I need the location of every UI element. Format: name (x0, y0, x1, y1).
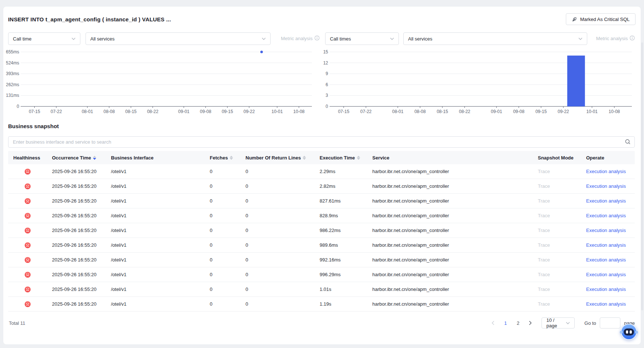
execution-analysis-link[interactable]: Execution analysis (586, 183, 626, 189)
svg-text:07-22: 07-22 (360, 109, 372, 114)
chevron-down-icon (390, 38, 394, 40)
svg-text:08-08: 08-08 (104, 109, 115, 114)
service-cell: harbor.ibr.net.cn/one/apm_controller (367, 183, 533, 189)
return-lines-cell: 0 (240, 257, 314, 263)
page-number-2[interactable]: 2 (514, 320, 522, 326)
right-service-select-value: All services (408, 36, 432, 42)
svg-text:07-15: 07-15 (338, 109, 349, 114)
operate-cell: Execution analysis (581, 213, 635, 218)
goto-page-input[interactable] (600, 317, 620, 328)
operate-cell: Execution analysis (581, 272, 635, 277)
execution-analysis-link[interactable]: Execution analysis (586, 228, 626, 233)
service-cell: harbor.ibr.net.cn/one/apm_controller (367, 198, 533, 204)
snapshot-mode-cell: Trace (533, 287, 581, 292)
execution-analysis-link[interactable]: Execution analysis (586, 287, 626, 292)
chevron-down-icon (262, 38, 266, 40)
business-interface-cell: /otel/v1 (106, 287, 205, 292)
table-row: 2025-09-26 16:55:20/otel/v100989.6msharb… (8, 238, 635, 253)
svg-text:08-01: 08-01 (82, 109, 93, 114)
page-size-value: 10 / page (546, 317, 563, 328)
unhealthy-icon (8, 198, 47, 204)
assistant-robot-button[interactable] (620, 322, 638, 341)
unhealthy-icon (8, 168, 47, 175)
return-lines-cell: 0 (240, 183, 314, 189)
chevron-down-icon (578, 38, 582, 40)
fetches-cell: 0 (205, 287, 240, 292)
fetches-cell: 0 (205, 272, 240, 277)
right-metric-select-value: Call times (330, 36, 351, 42)
chevron-down-icon (566, 322, 570, 324)
business-interface-cell: /otel/v1 (106, 213, 205, 218)
call-times-chart: 1512963007-1507-2208-0108-0808-1508-2209… (320, 45, 634, 113)
service-cell: harbor.ibr.net.cn/one/apm_controller (367, 169, 533, 174)
svg-text:09-01: 09-01 (178, 109, 189, 114)
left-service-select[interactable]: All services (86, 32, 271, 45)
right-service-select[interactable]: All services (403, 32, 587, 45)
sort-icon[interactable] (303, 156, 306, 160)
sort-icon[interactable] (93, 156, 96, 160)
execution-analysis-link[interactable]: Execution analysis (586, 272, 626, 277)
business-snapshot-heading: Business snapshot (8, 123, 59, 129)
right-metric-analysis-link[interactable]: Metric analysis (596, 35, 635, 42)
occurrence-time-cell: 2025-09-26 16:55:20 (47, 287, 106, 292)
svg-text:08-15: 08-15 (125, 109, 137, 114)
search-input[interactable] (8, 136, 635, 148)
info-icon (630, 35, 635, 42)
page-number-1[interactable]: 1 (501, 320, 510, 326)
sort-icon[interactable] (230, 156, 233, 160)
occurrence-time-cell: 2025-09-26 16:55:20 (47, 228, 106, 233)
operate-cell: Execution analysis (581, 301, 635, 307)
snapshot-mode-cell: Trace (533, 169, 581, 174)
left-metric-select[interactable]: Call time (8, 32, 80, 45)
execution-time-cell: 996.29ms (314, 272, 367, 277)
left-metric-analysis-link[interactable]: Metric analysis (281, 35, 320, 42)
col-header-operate: Operate (581, 155, 635, 161)
unhealthy-icon (8, 301, 47, 307)
occurrence-time-cell: 2025-09-26 16:55:20 (47, 169, 106, 174)
col-header-execution-time[interactable]: Execution Time (314, 155, 367, 161)
right-metric-select[interactable]: Call times (325, 32, 399, 45)
operate-cell: Execution analysis (581, 242, 635, 248)
service-cell: harbor.ibr.net.cn/one/apm_controller (367, 257, 533, 263)
execution-time-cell: 1.19s (314, 301, 367, 307)
prev-page-icon[interactable] (488, 321, 497, 325)
service-cell: harbor.ibr.net.cn/one/apm_controller (367, 242, 533, 248)
svg-text:262ms: 262ms (6, 82, 19, 87)
execution-analysis-link[interactable]: Execution analysis (586, 169, 626, 174)
business-interface-cell: /otel/v1 (106, 169, 205, 174)
execution-analysis-link[interactable]: Execution analysis (586, 198, 626, 204)
svg-text:08-22: 08-22 (147, 109, 159, 114)
return-lines-cell: 0 (240, 272, 314, 277)
operate-cell: Execution analysis (581, 228, 635, 233)
col-header-fetches[interactable]: Fetches (205, 155, 240, 161)
execution-time-cell: 827.61ms (314, 198, 367, 204)
goto-label: Go to (584, 320, 596, 326)
execution-time-cell: 828.9ms (314, 213, 367, 218)
marked-as-critical-sql-button[interactable]: Marked As Critical SQL (566, 13, 636, 25)
execution-analysis-link[interactable]: Execution analysis (586, 242, 626, 248)
execution-time-cell: 1.01s (314, 287, 367, 292)
col-header-return-lines[interactable]: Number Of Return Lines (240, 155, 314, 161)
occurrence-time-cell: 2025-09-26 16:55:20 (47, 198, 106, 204)
operate-cell: Execution analysis (581, 257, 635, 263)
execution-analysis-link[interactable]: Execution analysis (586, 213, 626, 218)
sql-detail-panel: INSERT INTO t_apm_agent_config ( instanc… (3, 7, 641, 344)
svg-text:524ms: 524ms (6, 60, 19, 66)
operate-cell: Execution analysis (581, 287, 635, 292)
execution-analysis-link[interactable]: Execution analysis (586, 257, 626, 263)
info-icon (314, 35, 320, 42)
table-row: 2025-09-26 16:55:20/otel/v100992.16mshar… (8, 253, 635, 267)
execution-analysis-link[interactable]: Execution analysis (586, 301, 626, 307)
table-row: 2025-09-26 16:55:20/otel/v100986.22mshar… (8, 223, 635, 238)
next-page-icon[interactable] (526, 321, 535, 325)
table-row: 2025-09-26 16:55:20/otel/v1001.01sharbor… (8, 282, 635, 297)
search-icon[interactable] (625, 139, 631, 146)
svg-text:09-15: 09-15 (222, 109, 233, 114)
sort-icon[interactable] (357, 156, 360, 160)
page-size-select[interactable]: 10 / page (542, 317, 575, 328)
page-scrollbar[interactable] (641, 42, 643, 310)
col-header-occurrence-time[interactable]: Occurrence Time (47, 155, 106, 161)
fetches-cell: 0 (205, 198, 240, 204)
table-header-row: Healthiness Occurrence Time Business Int… (8, 151, 635, 164)
table-footer: Total 11 1 2 10 / page Go to page (8, 316, 635, 330)
